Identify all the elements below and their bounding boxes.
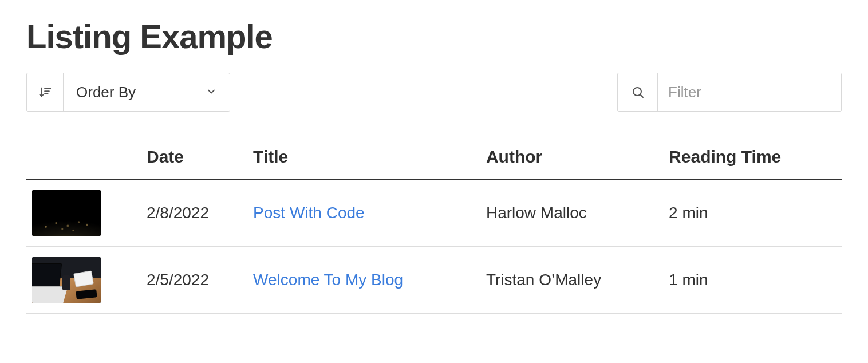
title-cell: Post With Code <box>247 180 480 247</box>
listing-table: Date Title Author Reading Time 2/8/2022P… <box>26 139 842 314</box>
col-reading-time-header[interactable]: Reading Time <box>663 139 842 180</box>
title-cell: Welcome To My Blog <box>247 247 480 314</box>
col-title-header[interactable]: Title <box>247 139 480 180</box>
date-cell: 2/5/2022 <box>141 247 247 314</box>
order-by-label: Order By <box>76 84 136 101</box>
sort-icon <box>27 73 64 111</box>
filter-input[interactable] <box>658 73 841 111</box>
table-row: 2/8/2022Post With CodeHarlow Malloc2 min <box>26 180 842 247</box>
search-icon <box>618 73 658 111</box>
chevron-down-icon <box>206 84 217 101</box>
author-cell: Harlow Malloc <box>480 180 663 247</box>
thumbnail-cell <box>26 247 141 314</box>
reading-time-cell: 1 min <box>663 247 842 314</box>
post-title-link[interactable]: Welcome To My Blog <box>253 271 403 289</box>
page-title: Listing Example <box>26 17 842 56</box>
author-cell: Tristan O’Malley <box>480 247 663 314</box>
table-row: 2/5/2022Welcome To My BlogTristan O’Mall… <box>26 247 842 314</box>
table-header-row: Date Title Author Reading Time <box>26 139 842 180</box>
thumbnail-image[interactable] <box>32 190 101 236</box>
post-title-link[interactable]: Post With Code <box>253 204 365 222</box>
date-cell: 2/8/2022 <box>141 180 247 247</box>
order-by-control[interactable]: Order By <box>26 73 230 112</box>
order-by-dropdown[interactable]: Order By <box>64 73 230 111</box>
thumbnail-cell <box>26 180 141 247</box>
thumbnail-image[interactable] <box>32 257 101 303</box>
svg-line-5 <box>640 94 643 97</box>
col-date-header[interactable]: Date <box>141 139 247 180</box>
filter-control[interactable] <box>617 73 842 112</box>
controls-bar: Order By <box>26 73 842 112</box>
reading-time-cell: 2 min <box>663 180 842 247</box>
col-author-header[interactable]: Author <box>480 139 663 180</box>
col-thumb-header <box>26 139 141 180</box>
